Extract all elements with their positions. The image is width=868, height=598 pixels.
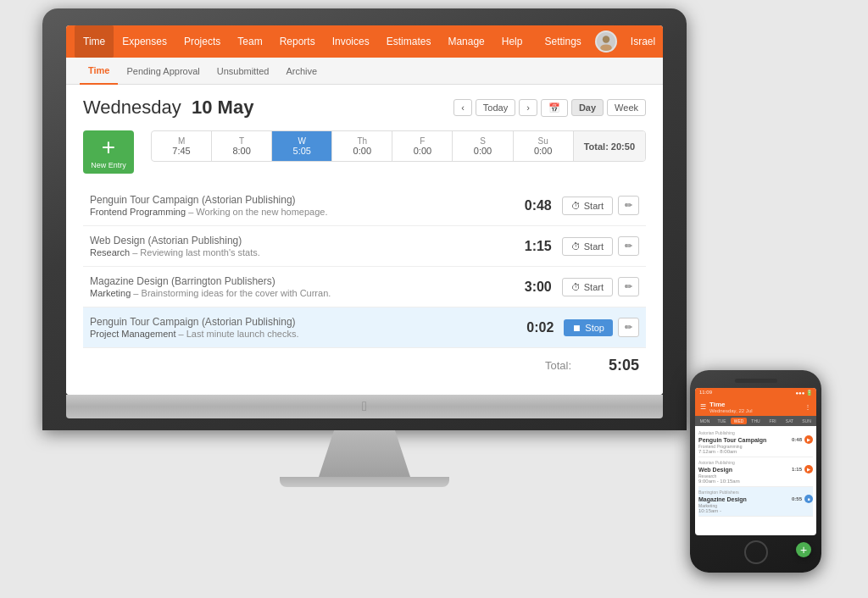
iphone-day-sun: SUN [798, 418, 815, 424]
clock-icon: ⏱ [571, 282, 581, 292]
calendar-icon-button[interactable]: 📅 [541, 99, 568, 117]
week-day-sat[interactable]: S 0:00 [453, 131, 513, 161]
iphone-day-thu: THU [748, 418, 764, 424]
entry-description: Brainstorming ideas for the cover with C… [142, 288, 331, 298]
week-total: Total: 20:50 [573, 131, 645, 161]
total-row: Total: 5:05 [83, 348, 646, 383]
iphone-time-action: 0:48 ▶ [792, 435, 813, 444]
calendar-icon: 📅 [548, 102, 560, 113]
iphone-signal: ●●● 🔋 [795, 390, 812, 396]
week-day-tue[interactable]: T 8:00 [212, 131, 272, 161]
sat-time: 0:00 [459, 146, 505, 156]
sub-nav-time[interactable]: Time [80, 58, 118, 85]
sat-label: S [459, 136, 505, 146]
iphone-play-button[interactable]: ▶ [804, 465, 813, 473]
nav-team[interactable]: Team [229, 25, 270, 58]
edit-button[interactable]: ✏ [618, 277, 639, 296]
entry-actions: ⏱ Start ✏ [562, 196, 639, 215]
iphone-week: MON TUE WED THU FRI SAT SUN [695, 416, 816, 426]
fri-label: F [399, 136, 445, 146]
iphone-time-range: 7:12am - 8:00am [698, 449, 813, 454]
week-day-fri[interactable]: F 0:00 [392, 131, 453, 161]
entry-sub: Project Management – Last minute launch … [90, 329, 520, 339]
table-row: Web Design (Astorian Publishing) Researc… [83, 226, 646, 267]
sub-nav-unsubmitted[interactable]: Unsubmitted [209, 58, 278, 85]
mon-label: M [159, 136, 204, 146]
entry-category: Marketing [90, 288, 131, 298]
sub-nav-pending[interactable]: Pending Approval [118, 58, 208, 85]
start-button[interactable]: ⏱ Start [562, 197, 613, 215]
calendar-title: Wednesday 10 May [83, 97, 453, 119]
day-name: Wednesday [83, 97, 181, 118]
entry-title: Penguin Tour Campaign (Astorian Publishi… [90, 194, 518, 206]
imac-bezel: Time Expenses Projects Team Reports Invo… [42, 8, 687, 430]
nav-manage[interactable]: Manage [439, 25, 492, 58]
today-button[interactable]: Today [476, 99, 515, 116]
iphone-nav-content: Time Wednesday, 22 Jul [709, 401, 804, 413]
prev-button[interactable]: ‹ [453, 99, 472, 116]
iphone-speaker [735, 379, 777, 383]
nav-help[interactable]: Help [493, 25, 531, 58]
stop-icon: ⏹ [572, 323, 581, 333]
sub-nav: Time Pending Approval Unsubmitted Archiv… [66, 58, 663, 85]
nav-time[interactable]: Time [75, 25, 114, 58]
app-body: Wednesday 10 May ‹ Today › 📅 Day Week [66, 85, 663, 395]
table-row: Penguin Tour Campaign (Astorian Publishi… [83, 185, 646, 226]
new-entry-label: New Entry [91, 161, 126, 169]
start-button[interactable]: ⏱ Start [562, 278, 613, 296]
stop-button[interactable]: ⏹ Stop [564, 319, 613, 336]
user-name[interactable]: Israel [622, 25, 663, 58]
entry-desc-sep: – [133, 288, 141, 298]
nav-reports[interactable]: Reports [271, 25, 324, 58]
iphone-bottom-space [695, 518, 816, 535]
edit-button[interactable]: ✏ [618, 196, 639, 215]
apple-logo-icon:  [362, 399, 367, 414]
nav-invoices[interactable]: Invoices [324, 25, 378, 58]
iphone-entry-title: Web Design 1:15 ▶ [698, 465, 813, 473]
nav-estimates[interactable]: Estimates [378, 25, 440, 58]
entry-actions: ⏹ Stop ✏ [564, 318, 639, 337]
week-day-mon[interactable]: M 7:45 [152, 131, 212, 161]
day-view-button[interactable]: Day [571, 99, 604, 116]
iphone-stop-button[interactable]: ■ [804, 495, 813, 503]
entry-desc-sep: – [179, 329, 186, 339]
list-item: Barrington Publishers Magazine Design 0:… [698, 487, 813, 517]
calendar-header: Wednesday 10 May ‹ Today › 📅 Day Week [83, 97, 646, 119]
nav-projects[interactable]: Projects [175, 25, 229, 58]
sub-nav-archive[interactable]: Archive [277, 58, 326, 85]
start-label: Start [584, 201, 604, 211]
edit-button[interactable]: ✏ [618, 318, 639, 337]
new-entry-button[interactable]: + New Entry [83, 130, 134, 174]
entry-client: (Astorian Publishing) [202, 194, 296, 206]
iphone-fab-button[interactable]: + [796, 542, 811, 557]
entry-project: Penguin Tour Campaign [90, 316, 199, 328]
iphone-nav-title: Time [709, 401, 804, 408]
week-view-button[interactable]: Week [607, 99, 646, 116]
entry-title: Magazine Design (Barrington Publishers) [90, 275, 518, 287]
imac-display: Time Expenses Projects Team Reports Invo… [66, 25, 663, 395]
entry-client: (Astorian Publishing) [148, 235, 242, 246]
next-button[interactable]: › [519, 99, 537, 116]
pencil-icon: ✏ [625, 241, 632, 251]
iphone-play-button[interactable]: ▶ [804, 435, 813, 444]
edit-button[interactable]: ✏ [618, 236, 639, 256]
nav-settings[interactable]: Settings [536, 25, 589, 58]
iphone-screen: 11:09 ●●● 🔋 ☰ Time Wednesday, 22 Jul ⋮ M… [695, 388, 816, 535]
nav-expenses[interactable]: Expenses [114, 25, 175, 58]
iphone-entry-title: Magazine Design 0:55 ■ [698, 495, 813, 503]
week-day-sun[interactable]: Su 0:00 [514, 131, 573, 161]
week-day-thu[interactable]: Th 0:00 [332, 131, 392, 161]
entry-actions: ⏱ Start ✏ [562, 236, 639, 256]
week-day-wed[interactable]: W 5:05 [272, 131, 332, 161]
start-button[interactable]: ⏱ Start [562, 237, 613, 256]
entry-duration: 0:02 [520, 320, 554, 335]
total-value: 5:05 [597, 357, 639, 374]
entry-info: Penguin Tour Campaign (Astorian Publishi… [90, 316, 520, 339]
avatar[interactable] [595, 30, 617, 53]
pencil-icon: ✏ [625, 322, 632, 332]
entry-description: Last minute launch checks. [186, 329, 299, 339]
imac-monitor: Time Expenses Projects Team Reports Invo… [42, 8, 687, 487]
date-value: 10 May [192, 97, 253, 118]
iphone-home-button[interactable] [744, 540, 768, 564]
week-days-row: M 7:45 T 8:00 W 5:05 [151, 130, 646, 162]
